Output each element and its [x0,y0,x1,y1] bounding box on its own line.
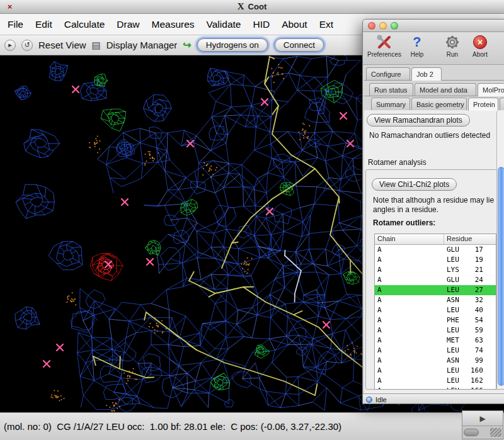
abort-button[interactable]: × Abort [467,34,493,58]
preferences-button[interactable]: Preferences [367,34,402,58]
rotamer-outlier-row[interactable]: ALEU74 [375,346,496,356]
tab-chains[interactable]: C [500,98,504,110]
back-arrow-icon[interactable]: ▸ [4,40,16,51]
rotamer-analysis-label: Rotamer analysis [368,158,427,167]
help-icon: ? [413,34,421,50]
window-close-icon[interactable]: × [5,2,14,11]
display-manager-icon[interactable]: ▤ [92,40,101,51]
dialog-titlebar[interactable] [363,20,504,32]
abort-label: Abort [472,51,488,58]
rotamer-outlier-row[interactable]: ALEU40 [375,305,496,315]
cell-chain: A [375,295,444,305]
menu-hid[interactable]: HID [253,19,270,30]
protein-tab-content: View Ramachandran plots No Ramachandran … [364,110,504,393]
cell-residue: LEU19 [444,255,496,265]
run-button[interactable]: Run [440,34,465,58]
help-label: Help [411,51,424,58]
cell-chain: A [375,285,444,295]
cell-residue: GLU24 [444,275,496,285]
menu-validate[interactable]: Validate [207,19,241,30]
rotamer-outlier-row[interactable]: AMET63 [375,336,496,346]
rotamer-outlier-row[interactable]: ALEU162 [375,376,496,386]
minimize-button[interactable] [379,22,387,30]
connect-button[interactable]: Connect [275,38,324,52]
run-label: Run [447,51,458,58]
zoom-button[interactable] [391,22,398,30]
column-header-residue[interactable]: Residue [444,234,496,244]
go-arrow-icon[interactable]: ↪ [183,39,191,51]
table-body: AGLU17ALEU19ALYS21AGLU24ALEU27AASN32ALEU… [375,245,496,390]
menu-extensions[interactable]: Ext [319,19,333,30]
cell-residue: LEU74 [444,346,496,356]
tab-configure[interactable]: Configure [366,67,410,80]
menu-calculate[interactable]: Calculate [64,19,105,30]
cell-chain: A [375,275,444,285]
refresh-icon[interactable]: ↺ [21,40,33,51]
cell-residue: LEU40 [444,305,496,315]
cell-chain: A [375,265,444,275]
run-gear-icon [445,34,460,50]
cell-chain: A [375,366,444,376]
menu-measures[interactable]: Measures [152,19,195,30]
cell-chain: A [375,325,444,336]
menu-draw[interactable]: Draw [117,19,139,30]
menu-about[interactable]: About [282,19,307,30]
display-manager-button[interactable]: Display Manager [106,40,178,50]
hydrogens-on-button[interactable]: Hydrogens on [197,38,268,52]
rotamer-outlier-row[interactable]: APHE54 [375,315,496,325]
help-button[interactable]: ? Help [404,34,430,58]
rotamer-outlier-row[interactable]: ALEU19 [375,255,496,265]
rotamer-outlier-row[interactable]: AASN99 [375,356,496,366]
tab-summary[interactable]: Summary [371,98,410,110]
tab-run-status[interactable]: Run status [369,83,413,96]
window-title: Coot [248,2,267,11]
rotamer-outlier-row[interactable]: ALEU27 [375,285,496,295]
cell-residue: LEU166 [444,386,496,390]
resize-grip-icon[interactable] [490,428,501,437]
column-header-chain[interactable]: Chain [375,234,444,244]
rotamer-outliers-table: Chain Residue AGLU17ALEU19ALYS21AGLU24AL… [374,234,496,390]
status-dot-icon [366,397,372,403]
cell-residue: LEU27 [444,285,496,295]
rotamer-outlier-row[interactable]: AASN32 [375,295,496,305]
preferences-label: Preferences [367,51,401,58]
reset-view-button[interactable]: Reset View [38,40,86,50]
scrollbar-thumb[interactable] [464,429,479,436]
cell-residue: LEU162 [444,376,496,386]
cell-chain: A [375,356,444,366]
scrollbar-thumb[interactable] [498,167,504,386]
menu-edit[interactable]: Edit [35,19,52,30]
rotamer-outlier-row[interactable]: ALEU59 [375,325,496,336]
rotamer-outlier-row[interactable]: ALEU166 [375,386,496,390]
rotamer-note-line1: Note that although a residue may lie [373,196,494,205]
cell-residue: MET63 [444,336,496,346]
horizontal-scrollbar[interactable] [462,426,503,439]
rotamer-note-line2: angles in a residue. [373,205,438,214]
corner-scroll-panel: ▶ [462,410,503,439]
tab-model-and-data[interactable]: Model and data [415,83,476,96]
menu-file[interactable]: File [8,19,23,30]
cell-chain: A [375,255,444,265]
scroll-right-button[interactable]: ▶ [462,411,503,426]
rotamer-outlier-row[interactable]: ALEU160 [375,366,496,376]
dialog-statusbar: Idle [363,393,504,404]
tab-job-2[interactable]: Job 2 [411,67,442,81]
tab-basic-geometry[interactable]: Basic geometry [411,98,467,110]
tab-molprobity[interactable]: MolProbity [478,83,504,96]
cell-chain: A [375,336,444,346]
close-button[interactable] [368,22,375,30]
cell-chain: A [375,386,444,390]
view-chi1-chi2-plots-button[interactable]: View Chi1-Chi2 plots [372,178,457,191]
x11-icon: X [238,1,244,12]
tab-protein[interactable]: Protein [468,98,498,111]
dialog-toolbar: Preferences ? Help [363,32,504,65]
vertical-scrollbar[interactable] [496,111,504,388]
abort-x-icon: × [473,35,487,49]
rotamer-outlier-row[interactable]: ALYS21 [375,265,496,275]
rotamer-outliers-heading: Rotamer outliers: [373,218,435,227]
cell-residue: LEU160 [444,366,496,376]
view-ramachandran-plots-button[interactable]: View Ramachandran plots [367,114,470,127]
rotamer-outlier-row[interactable]: AGLU24 [375,275,496,285]
cell-residue: ASN32 [444,295,496,305]
rotamer-outlier-row[interactable]: AGLU17 [375,245,496,255]
